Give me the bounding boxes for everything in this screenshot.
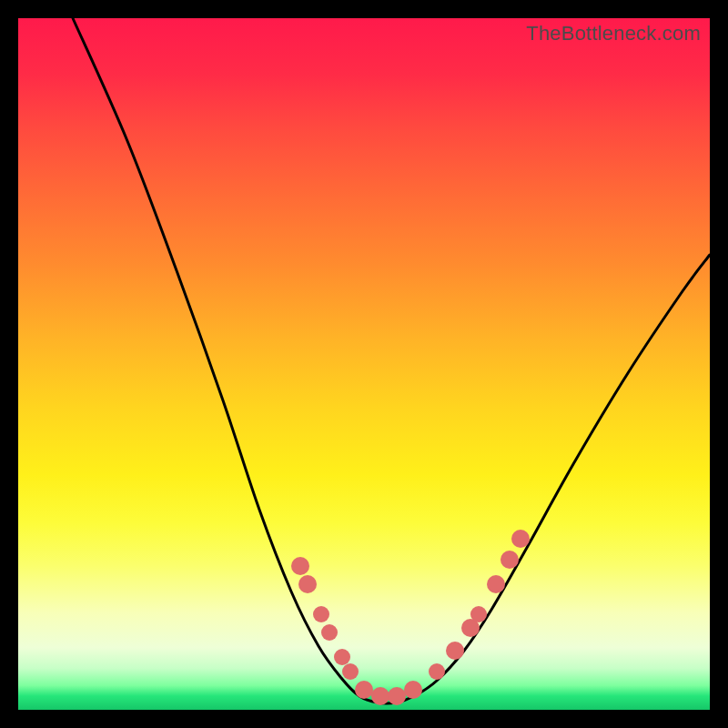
curve-marker xyxy=(313,606,329,622)
curve-marker xyxy=(371,687,389,705)
curve-marker xyxy=(342,663,359,680)
curve-marker xyxy=(446,642,464,660)
curve-marker xyxy=(404,681,422,699)
chart-frame: TheBottleneck.com xyxy=(18,18,710,710)
curve-marker xyxy=(388,687,406,705)
bottleneck-curve xyxy=(73,18,710,703)
curve-markers xyxy=(291,530,530,705)
curve-marker xyxy=(511,530,530,548)
curve-marker xyxy=(321,624,338,641)
chart-svg xyxy=(18,18,710,710)
curve-marker xyxy=(334,649,350,665)
curve-marker xyxy=(429,663,445,680)
curve-marker xyxy=(487,575,505,593)
curve-marker xyxy=(355,681,373,699)
curve-marker xyxy=(470,606,487,622)
curve-marker xyxy=(298,575,317,593)
curve-marker xyxy=(500,551,519,569)
curve-marker xyxy=(291,557,309,575)
